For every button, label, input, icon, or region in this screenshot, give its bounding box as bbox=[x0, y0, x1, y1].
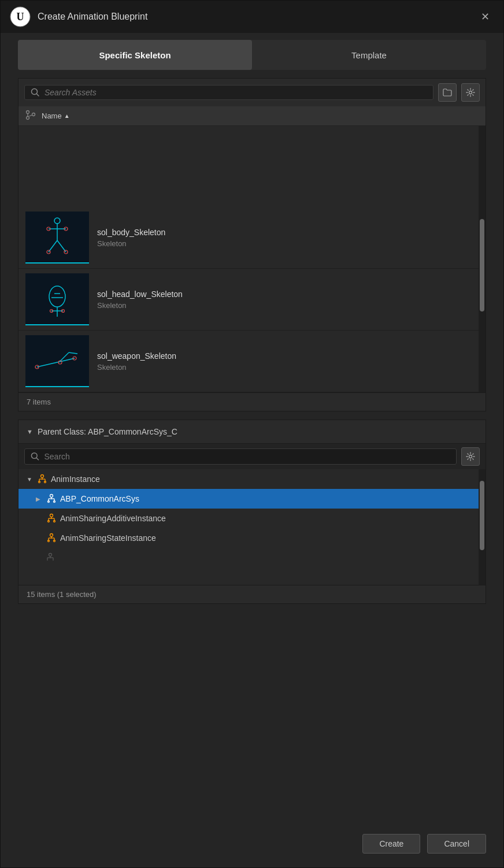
ue-logo-icon: U bbox=[10, 6, 31, 27]
list-item[interactable]: sol_body_Skeleton Skeleton bbox=[18, 207, 486, 269]
parent-class-label: Parent Class: ABP_CommonArcSys_C bbox=[38, 427, 177, 436]
svg-point-66 bbox=[49, 554, 52, 557]
search-bar bbox=[18, 79, 486, 106]
close-button[interactable]: ✕ bbox=[476, 9, 494, 24]
svg-point-4 bbox=[469, 91, 472, 94]
anim-sharing-additive-icon bbox=[46, 513, 57, 524]
parent-class-header: ▼ Parent Class: ABP_CommonArcSys_C bbox=[18, 420, 486, 443]
titlebar: U Create Animation Blueprint ✕ bbox=[1, 1, 503, 33]
svg-point-52 bbox=[50, 514, 53, 517]
class-tree-item-animinstance[interactable]: ▼ AnimInstance bbox=[18, 469, 486, 489]
svg-rect-28 bbox=[25, 335, 89, 387]
search-input-wrap bbox=[24, 85, 433, 100]
svg-line-9 bbox=[29, 115, 33, 116]
titlebar-left: U Create Animation Blueprint bbox=[10, 6, 147, 27]
list-header: Name ▲ bbox=[18, 106, 486, 126]
class-search-bar bbox=[18, 443, 486, 469]
svg-point-38 bbox=[41, 475, 44, 478]
class-label: ABP_CommonArcSys bbox=[60, 494, 139, 503]
class-settings-button[interactable] bbox=[461, 447, 480, 466]
class-tree-item-state[interactable]: ▶ AnimSharingStateInstance bbox=[18, 528, 486, 548]
svg-point-45 bbox=[50, 495, 53, 498]
class-label: AnimSharingAdditiveInstance bbox=[60, 514, 166, 523]
anim-instance-icon bbox=[37, 474, 47, 484]
class-item-count: 15 items (1 selected) bbox=[18, 585, 486, 603]
collapse-arrow-icon[interactable]: ▼ bbox=[27, 428, 33, 435]
tab-specific-skeleton[interactable]: Specific Skeleton bbox=[18, 40, 252, 70]
search-assets-input[interactable] bbox=[45, 88, 427, 97]
abp-icon bbox=[46, 494, 57, 504]
class-search-input[interactable] bbox=[44, 452, 450, 461]
asset-name: sol_body_Skeleton bbox=[97, 228, 165, 237]
cancel-button[interactable]: Cancel bbox=[427, 834, 486, 854]
class-scrollbar-thumb[interactable] bbox=[480, 481, 484, 550]
anim-sharing-state-icon bbox=[46, 533, 57, 543]
class-scrollbar-track bbox=[479, 469, 486, 585]
name-column-header[interactable]: Name ▲ bbox=[42, 112, 70, 120]
gear-icon bbox=[466, 88, 475, 97]
svg-point-59 bbox=[50, 534, 53, 537]
asset-type: Skeleton bbox=[97, 363, 176, 372]
class-search-input-wrap bbox=[24, 448, 457, 465]
truncated-item bbox=[18, 548, 486, 569]
svg-point-37 bbox=[469, 455, 472, 458]
class-tree-item-abp[interactable]: ▶ ABP_CommonArcSys bbox=[18, 489, 486, 509]
folder-icon bbox=[443, 88, 452, 97]
settings-button[interactable] bbox=[461, 83, 480, 102]
asset-name: sol_weapon_Skeleton bbox=[97, 351, 176, 361]
tab-template[interactable]: Template bbox=[252, 40, 486, 70]
tab-bar: Specific Skeleton Template bbox=[18, 40, 486, 70]
svg-point-7 bbox=[32, 113, 35, 116]
asset-thumbnail-head bbox=[25, 273, 89, 325]
asset-type: Skeleton bbox=[97, 239, 165, 248]
dialog: U Create Animation Blueprint ✕ Specific … bbox=[0, 0, 504, 868]
asset-info: sol_head_low_Skeleton Skeleton bbox=[97, 290, 183, 310]
asset-name: sol_head_low_Skeleton bbox=[97, 290, 183, 299]
dialog-title: Create Animation Blueprint bbox=[38, 12, 147, 22]
asset-info: sol_weapon_Skeleton Skeleton bbox=[97, 351, 176, 372]
truncated-icon bbox=[45, 552, 55, 563]
class-list: ▼ AnimInstance ▶ bbox=[18, 469, 486, 585]
class-tree-item-additive[interactable]: ▶ AnimSharingAdditiveInstance bbox=[18, 509, 486, 528]
create-button[interactable]: Create bbox=[362, 834, 420, 854]
asset-type: Skeleton bbox=[97, 301, 183, 310]
scrollbar-track bbox=[479, 126, 486, 392]
class-label: AnimSharingStateInstance bbox=[60, 533, 156, 543]
footer: Create Cancel bbox=[1, 820, 503, 867]
branch-icon bbox=[25, 110, 36, 122]
asset-item-count: 7 items bbox=[18, 392, 486, 411]
svg-text:U: U bbox=[17, 11, 24, 23]
list-item[interactable]: sol_weapon_Skeleton Skeleton bbox=[18, 331, 486, 392]
asset-section: Name ▲ bbox=[18, 78, 486, 411]
svg-point-5 bbox=[27, 111, 29, 114]
svg-line-3 bbox=[37, 94, 39, 97]
class-label: AnimInstance bbox=[51, 474, 100, 484]
svg-line-36 bbox=[36, 458, 38, 459]
parent-class-section: ▼ Parent Class: ABP_CommonArcSys_C bbox=[18, 420, 486, 604]
list-item[interactable]: sol_head_low_Skeleton Skeleton bbox=[18, 269, 486, 331]
asset-thumbnail-weapon bbox=[25, 335, 89, 387]
asset-list: sol_body_Skeleton Skeleton bbox=[18, 126, 486, 392]
scrollbar-thumb[interactable] bbox=[480, 219, 484, 311]
asset-list-empty-area bbox=[18, 126, 486, 207]
sort-asc-icon: ▲ bbox=[64, 113, 70, 119]
class-search-icon bbox=[31, 452, 39, 461]
expand-icon-abp: ▶ bbox=[36, 496, 43, 502]
search-icon bbox=[31, 88, 40, 97]
asset-info: sol_body_Skeleton Skeleton bbox=[97, 228, 165, 248]
class-gear-icon bbox=[466, 452, 475, 461]
svg-rect-20 bbox=[25, 273, 89, 325]
asset-thumbnail-body bbox=[25, 212, 89, 264]
folder-button[interactable] bbox=[438, 83, 457, 102]
expand-icon: ▼ bbox=[27, 476, 34, 483]
svg-point-6 bbox=[27, 117, 29, 120]
